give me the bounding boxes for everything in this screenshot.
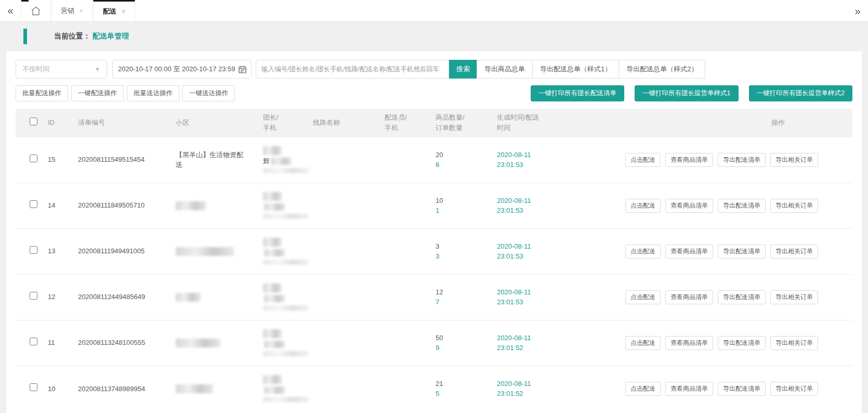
row-action-button[interactable]: 导出相关订单	[770, 153, 818, 167]
row-checkbox[interactable]	[30, 200, 37, 208]
print-action-button[interactable]: 一键打印所有团长提货单样式1	[635, 85, 738, 101]
row-action-button[interactable]: 导出相关订单	[770, 244, 818, 259]
community-cell	[176, 228, 263, 274]
row-action-button[interactable]: 查看商品清单	[665, 290, 713, 304]
bulk-action-group: 批量配送操作一键配送操作批量送达操作一键送达操作	[16, 85, 235, 101]
quantity-cell: 50 9	[436, 320, 497, 366]
row-action-button[interactable]: 点击配送	[625, 336, 661, 350]
redacted-community-block	[176, 247, 234, 256]
row-action-button[interactable]: 查看商品清单	[665, 244, 713, 259]
created-time: 23:01:53	[497, 205, 621, 216]
row-action-button[interactable]: 导出相关订单	[770, 199, 818, 213]
row-action-button[interactable]: 点击配送	[625, 244, 661, 259]
time-cell: 2020-08-11 23:01:52	[497, 366, 621, 411]
goods-quantity: 12	[436, 287, 497, 298]
row-action-button[interactable]: 导出配送清单	[718, 244, 766, 259]
row-id: 13	[48, 228, 78, 274]
bulk-action-button[interactable]: 批量送达操作	[127, 85, 179, 101]
print-action-button[interactable]: 一键打印所有团长提货单样式2	[749, 85, 852, 101]
created-date: 2020-08-11	[497, 333, 621, 343]
redacted-leader-block	[264, 386, 285, 394]
search-input[interactable]	[256, 60, 449, 78]
table-header: ID清单编号小区团长/ 手机线路名称配送员/ 手机商品数量/ 订单数量生成时间/…	[16, 109, 852, 137]
order-quantity: 9	[436, 343, 497, 353]
close-tab-icon[interactable]: ×	[122, 8, 125, 15]
column-header: 小区	[176, 109, 263, 137]
table-row: 10 202008113748989954 21 5 2020-08-11 23…	[16, 366, 852, 411]
column-header: ID	[48, 109, 78, 137]
order-quantity: 6	[436, 160, 497, 170]
row-action-button[interactable]: 导出相关订单	[770, 290, 818, 304]
bulk-action-button[interactable]: 一键配送操作	[71, 85, 124, 101]
tab-配送[interactable]: 配送×	[93, 0, 135, 21]
row-action-button[interactable]: 查看商品清单	[665, 153, 713, 167]
row-action-button[interactable]: 查看商品清单	[665, 199, 713, 213]
column-header: 商品数量/ 订单数量	[436, 109, 497, 137]
bulk-action-button[interactable]: 批量配送操作	[16, 85, 68, 101]
export-button[interactable]: 导出配送总单（样式2）	[619, 60, 705, 79]
row-action-button[interactable]: 导出配送清单	[718, 199, 766, 213]
close-tab-icon[interactable]: ×	[80, 7, 83, 15]
time-cell: 2020-08-11 23:01:53	[497, 183, 621, 228]
select-all-checkbox[interactable]	[30, 118, 37, 125]
courier-cell	[385, 366, 436, 411]
redacted-leader-block	[264, 203, 285, 211]
expand-tabs-right-icon[interactable]: »	[847, 0, 868, 22]
table-row: 11 202008113248100555 50 9 2020-08-11 23…	[16, 320, 852, 366]
row-id: 12	[48, 274, 78, 320]
collapse-tabs-left-icon[interactable]: «	[0, 0, 21, 21]
time-cell: 2020-08-11 23:01:52	[497, 320, 621, 366]
row-checkbox[interactable]	[30, 246, 37, 254]
date-range-picker[interactable]: 2020-10-17 00:00 至 2020-10-17 23:59	[112, 60, 252, 79]
table-row: 14 202008111849505710 10 1 2020-08-11 23…	[16, 183, 852, 228]
leader-visible-char: 辉	[263, 156, 270, 166]
row-checkbox[interactable]	[30, 154, 37, 162]
column-header: 清单编号	[78, 109, 176, 137]
home-icon	[31, 6, 41, 16]
row-checkbox[interactable]	[30, 338, 37, 345]
row-action-button[interactable]: 导出配送清单	[718, 336, 766, 350]
row-action-button[interactable]: 查看商品清单	[665, 382, 713, 396]
export-button[interactable]: 导出配送总单（样式1）	[532, 60, 619, 79]
row-action-button[interactable]: 导出相关订单	[770, 336, 818, 350]
row-id: 15	[48, 137, 78, 183]
courier-cell	[385, 320, 436, 366]
tab-home[interactable]	[21, 0, 51, 21]
column-header: 团长/ 手机	[263, 109, 313, 137]
row-action-button[interactable]: 点击配送	[625, 153, 661, 167]
breadcrumb: 当前位置： 配送单管理	[0, 22, 868, 51]
row-list-number: 202008113748989954	[78, 366, 176, 411]
time-filter-select[interactable]: 不按时间 ▼	[16, 60, 107, 79]
print-action-button[interactable]: 一键打印所有团长配送清单	[531, 85, 624, 101]
courier-cell	[385, 183, 436, 228]
row-actions: 点击配送查看商品清单导出配送清单导出相关订单	[621, 137, 852, 183]
row-action-button[interactable]: 导出配送清单	[718, 153, 766, 167]
community-cell	[176, 183, 263, 228]
redacted-leader-block	[264, 249, 285, 256]
breadcrumb-accent-bar	[23, 29, 27, 44]
row-action-button[interactable]: 点击配送	[625, 290, 661, 304]
community-name: 【黑羊山】生活物资配送	[176, 150, 263, 170]
row-action-button[interactable]: 导出相关订单	[770, 382, 818, 396]
export-button[interactable]: 导出商品总单	[477, 60, 533, 79]
order-quantity: 3	[436, 251, 497, 262]
breadcrumb-current-link[interactable]: 配送单管理	[93, 32, 129, 41]
redacted-leader-block	[271, 158, 292, 165]
row-action-button[interactable]: 点击配送	[625, 382, 661, 396]
leader-cell	[263, 320, 313, 366]
row-action-button[interactable]: 导出配送清单	[718, 290, 766, 304]
route-cell	[313, 183, 385, 228]
row-action-button[interactable]: 导出配送清单	[718, 382, 766, 396]
table-body: 15 202008111549515454 【黑羊山】生活物资配送 辉 20 6…	[16, 137, 852, 411]
tab-营销[interactable]: 营销×	[51, 0, 93, 21]
search-button[interactable]: 搜索	[449, 60, 477, 79]
bulk-action-button[interactable]: 一键送达操作	[182, 85, 235, 101]
created-time: 23:01:53	[497, 297, 621, 307]
redacted-leader-phone-block	[263, 214, 309, 219]
row-action-button[interactable]: 查看商品清单	[665, 336, 713, 350]
row-action-button[interactable]: 点击配送	[625, 199, 661, 213]
row-checkbox[interactable]	[30, 292, 37, 300]
filter-row: 不按时间 ▼ 2020-10-17 00:00 至 2020-10-17 23:…	[16, 60, 852, 79]
chevron-down-icon: ▼	[95, 66, 100, 72]
row-checkbox[interactable]	[30, 383, 37, 391]
